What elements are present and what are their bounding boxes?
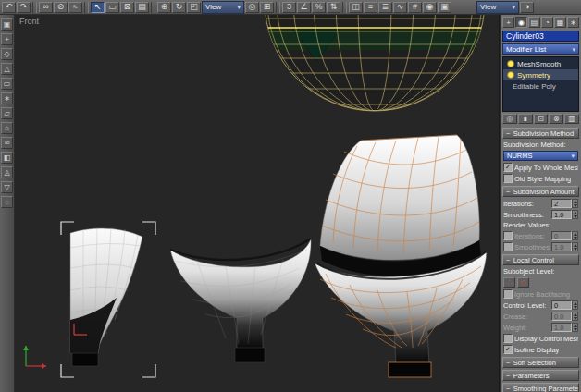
render-smoothness-spinner[interactable]: 1.0 (551, 242, 572, 251)
tool-icon-4[interactable]: △ (1, 63, 13, 75)
spinner-arrows-icon[interactable] (572, 300, 578, 310)
crease-spinner[interactable]: 0.0 (551, 312, 572, 321)
redo-icon[interactable]: ↷ (17, 2, 31, 13)
select-and-rotate-icon[interactable]: ↻ (172, 2, 186, 13)
make-unique-icon[interactable]: ⊡ (534, 114, 549, 124)
snap-toggle-3d-icon[interactable]: 3 (282, 2, 296, 13)
modifier-enabled-icon[interactable] (507, 60, 514, 67)
tool-icon-2[interactable]: + (1, 33, 13, 45)
rollout-subdivision-method[interactable]: Subdivision Method (502, 128, 579, 139)
configure-modifier-sets-icon[interactable]: ▥ (564, 114, 579, 124)
remove-modifier-icon[interactable]: ⊗ (549, 114, 563, 124)
tool-icon-10[interactable]: ◧ (1, 152, 13, 164)
mirror-icon[interactable]: ◫ (349, 2, 363, 13)
iterations-spinner[interactable]: 2 (551, 199, 572, 208)
show-end-result-icon[interactable]: ∎ (518, 114, 533, 124)
object-name-field[interactable]: Cylinder03 (502, 31, 579, 42)
spinner-arrows-icon[interactable] (572, 312, 578, 321)
spinner-arrows-icon[interactable] (572, 242, 578, 251)
weight-spinner[interactable]: 1.0 (551, 323, 572, 332)
tab-utilities-icon[interactable]: ∗ (567, 17, 579, 28)
smoothness-label: Smoothness: (503, 211, 544, 219)
meshsmooth-object[interactable] (315, 135, 487, 377)
spinner-arrows-icon[interactable] (572, 199, 578, 208)
use-pivot-point-icon[interactable]: ◎ (245, 2, 259, 13)
rollout-smoothing-parameters[interactable]: Smoothing Parameters (502, 383, 579, 392)
subobject-vertex-icon[interactable]: ∴ (503, 277, 515, 288)
select-by-name-icon[interactable]: ▤ (135, 2, 149, 13)
spinner-arrows-icon[interactable] (572, 323, 578, 332)
spinner-arrows-icon[interactable] (572, 231, 578, 240)
angle-snap-icon[interactable]: ∠ (297, 2, 311, 13)
ignore-backfacing-checkbox[interactable] (503, 289, 513, 299)
tab-hierarchy-icon[interactable]: ▤ (528, 17, 540, 28)
old-style-mapping-checkbox[interactable] (503, 174, 513, 183)
half-mesh-object[interactable] (61, 222, 155, 377)
stack-item-editable-poly[interactable]: Editable Poly (503, 80, 578, 92)
smoothness-spinner[interactable]: 1.0 (551, 210, 572, 219)
apply-to-whole-mesh-checkbox[interactable]: ✓ (503, 163, 513, 172)
rollout-local-control[interactable]: Local Control (502, 254, 579, 265)
subdivision-method-dropdown[interactable]: NURMS (503, 151, 578, 161)
quick-render-icon[interactable]: ◑ (520, 2, 534, 13)
spinner-snap-icon[interactable]: ⇅ (327, 2, 340, 13)
layer-manager-icon[interactable]: ≣ (378, 2, 392, 13)
stack-item-symmetry[interactable]: Symmetry (503, 69, 578, 80)
render-smoothness-checkbox[interactable] (503, 242, 513, 251)
tool-icon-1[interactable]: ▣ (1, 18, 13, 31)
modifier-stack: MeshSmooth Symmetry Editable Poly (502, 56, 579, 112)
select-and-move-icon[interactable]: ⊕ (157, 2, 171, 13)
symmetry-mesh-object[interactable] (170, 239, 311, 362)
window-crossing-icon[interactable]: ⊠ (120, 2, 134, 13)
isoline-display-checkbox[interactable]: ✓ (503, 345, 513, 354)
render-type-dropdown[interactable]: View (476, 1, 519, 14)
viewport-label[interactable]: Front (19, 17, 39, 26)
select-object-icon[interactable]: ↖ (91, 2, 105, 13)
pin-stack-icon[interactable]: ◎ (502, 114, 517, 124)
tool-icon-3[interactable]: ◇ (1, 48, 13, 60)
3ds-max-window: ↶ ↷ ∞ ⊘ ≈ ↖ ▭ ⊠ ▤ ⊕ ↻ ◰ View ◎ ⊞ 3 ∠ % ⇅… (0, 0, 581, 392)
align-icon[interactable]: ≡ (364, 2, 377, 13)
tool-icon-9[interactable]: ∞ (1, 137, 13, 149)
tool-icon-6[interactable]: ∗ (1, 92, 13, 104)
undo-icon[interactable]: ↶ (2, 2, 16, 13)
display-control-mesh-checkbox[interactable] (503, 334, 513, 343)
render-iterations-checkbox[interactable] (503, 231, 513, 240)
modifier-list-dropdown[interactable]: Modifier List (502, 43, 579, 55)
control-level-spinner[interactable]: 0 (551, 300, 572, 310)
select-and-manipulate-icon[interactable]: ⊞ (260, 2, 274, 13)
select-and-scale-icon[interactable]: ◰ (187, 2, 201, 13)
modifier-enabled-icon[interactable] (507, 71, 514, 79)
wireframe-sphere-object[interactable] (261, 15, 485, 111)
spinner-arrows-icon[interactable] (572, 210, 578, 219)
tab-create-icon[interactable]: + (502, 17, 514, 28)
unlink-selection-icon[interactable]: ⊘ (54, 2, 68, 13)
subobject-edge-icon[interactable]: ◇ (517, 277, 529, 288)
display-control-mesh-label: Display Control Mesh (514, 335, 578, 343)
tab-motion-icon[interactable]: ◔ (541, 17, 553, 28)
render-setup-icon[interactable]: ▣ (438, 2, 451, 13)
percent-snap-icon[interactable]: % (312, 2, 326, 13)
stack-item-meshsmooth[interactable]: MeshSmooth (503, 58, 578, 69)
bind-to-space-warp-icon[interactable]: ≈ (68, 2, 82, 13)
rectangular-selection-region-icon[interactable]: ▭ (105, 2, 119, 13)
schematic-view-icon[interactable]: # (408, 2, 422, 13)
render-iterations-spinner[interactable]: 0 (551, 231, 572, 240)
curve-editor-icon[interactable]: ∿ (393, 2, 407, 13)
tool-icon-7[interactable]: ▱ (1, 107, 13, 119)
tool-icon-8[interactable]: ⌂ (1, 122, 13, 134)
rollout-subdivision-amount[interactable]: Subdivision Amount (502, 186, 579, 197)
tool-icon-12[interactable]: ▽ (1, 181, 13, 193)
rollout-soft-selection[interactable]: Soft Selection (502, 357, 579, 368)
tab-display-icon[interactable]: ▦ (554, 17, 566, 28)
select-and-link-icon[interactable]: ∞ (39, 2, 53, 13)
material-editor-icon[interactable]: ◉ (423, 2, 437, 13)
symmetry-mesh-base (235, 348, 265, 362)
rollout-parameters[interactable]: Parameters (502, 370, 579, 381)
tab-modify-icon[interactable]: ◉ (515, 17, 527, 28)
tool-icon-13[interactable]: ◌ (1, 196, 13, 208)
front-viewport[interactable]: Front (15, 15, 500, 392)
tool-icon-5[interactable]: ▭ (1, 78, 13, 90)
reference-coordinate-dropdown[interactable]: View (202, 1, 244, 14)
tool-icon-11[interactable]: ◬ (1, 166, 13, 178)
